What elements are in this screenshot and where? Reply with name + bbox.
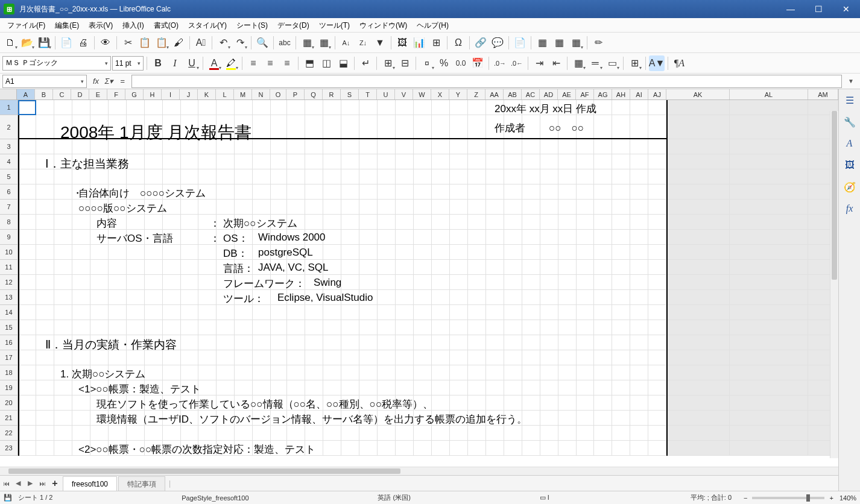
pivot-button[interactable]: ⊞ xyxy=(428,35,444,51)
currency-button[interactable]: ¤▾ xyxy=(419,55,435,71)
header-footer-button[interactable]: 📄 xyxy=(512,35,528,51)
autofilter-button[interactable]: ▼ xyxy=(372,35,388,51)
row-header-2[interactable]: 2 xyxy=(0,115,18,139)
add-sheet-button[interactable]: + xyxy=(48,478,62,489)
bold-button[interactable]: B xyxy=(150,55,166,71)
col-header-M[interactable]: M xyxy=(234,89,252,99)
status-language[interactable]: 英語 (米国) xyxy=(378,493,410,502)
row-header-22[interactable]: 22 xyxy=(0,426,18,441)
formula-button[interactable]: = xyxy=(116,75,129,88)
sort-asc-button[interactable]: A↓ xyxy=(338,35,354,51)
col-header-Z[interactable]: Z xyxy=(467,89,485,99)
col-header-AC[interactable]: AC xyxy=(522,89,540,99)
col-header-T[interactable]: T xyxy=(359,89,377,99)
menu-ツールT[interactable]: ツール(T) xyxy=(314,18,355,33)
menu-ウィンドウW[interactable]: ウィンドウ(W) xyxy=(355,18,412,33)
percent-button[interactable]: % xyxy=(436,55,452,71)
decrease-indent-button[interactable]: ⇤ xyxy=(548,55,564,71)
col-header-P[interactable]: P xyxy=(286,89,305,99)
menu-データD[interactable]: データ(D) xyxy=(273,18,314,33)
col-header-AG[interactable]: AG xyxy=(594,89,612,99)
split-button[interactable]: ▦ xyxy=(551,35,567,51)
function-wizard-button[interactable]: fx xyxy=(89,75,103,88)
col-header-V[interactable]: V xyxy=(395,89,413,99)
col-header-Q[interactable]: Q xyxy=(305,89,323,99)
zoom-level[interactable]: 140% xyxy=(839,494,856,502)
col-header-AF[interactable]: AF xyxy=(576,89,594,99)
copy-button[interactable]: 📋 xyxy=(137,35,153,51)
row-header-3[interactable]: 3 xyxy=(0,139,18,154)
row-header-18[interactable]: 18 xyxy=(0,365,18,380)
redo-button[interactable]: ↷▾ xyxy=(232,35,248,51)
minimize-button[interactable]: ― xyxy=(777,0,805,18)
clear-formatting-button[interactable]: Aͯ xyxy=(193,35,209,51)
sidebar-menu-icon[interactable]: ☰ xyxy=(841,92,858,109)
col-header-U[interactable]: U xyxy=(377,89,395,99)
col-header-AL[interactable]: AL xyxy=(730,89,808,99)
menu-表示V[interactable]: 表示(V) xyxy=(84,18,118,33)
menu-書式O[interactable]: 書式(O) xyxy=(149,18,183,33)
highlight-color-button[interactable]: 🖍▾ xyxy=(223,55,239,71)
sidebar-functions-icon[interactable]: fx xyxy=(841,200,858,217)
align-top-button[interactable]: ⬒ xyxy=(302,55,317,71)
row-header-8[interactable]: 8 xyxy=(0,215,18,230)
sidebar-navigator-icon[interactable]: 🧭 xyxy=(841,178,858,195)
row-header-21[interactable]: 21 xyxy=(0,411,18,426)
tab-prev-button[interactable]: ◀ xyxy=(12,479,24,487)
row-header-4[interactable]: 4 xyxy=(0,154,18,169)
col-header-F[interactable]: F xyxy=(107,89,125,99)
hyperlink-button[interactable]: 🔗 xyxy=(473,35,488,51)
col-header-S[interactable]: S xyxy=(341,89,359,99)
col-header-AB[interactable]: AB xyxy=(504,89,522,99)
col-header-B[interactable]: B xyxy=(35,89,53,99)
col-header-G[interactable]: G xyxy=(125,89,144,99)
border-color-button[interactable]: ▭▾ xyxy=(604,55,620,71)
format-paintbrush-button[interactable]: 🖌 xyxy=(171,35,186,51)
spellcheck-button[interactable]: abc xyxy=(277,35,292,51)
align-bottom-button[interactable]: ⬓ xyxy=(335,55,351,71)
find-button[interactable]: 🔍 xyxy=(255,35,270,51)
row-header-5[interactable]: 5 xyxy=(0,169,18,184)
special-char-button[interactable]: Ω xyxy=(451,35,466,51)
row-header-7[interactable]: 7 xyxy=(0,200,18,215)
close-button[interactable]: ✕ xyxy=(832,0,860,18)
sidebar-styles-icon[interactable]: A xyxy=(841,135,858,152)
row-header-6[interactable]: 6 xyxy=(0,184,18,200)
menu-ファイルF[interactable]: ファイル(F) xyxy=(2,18,50,33)
italic-button[interactable]: I xyxy=(167,55,183,71)
row-header-9[interactable]: 9 xyxy=(0,230,18,245)
print-button[interactable]: 🖨 xyxy=(75,35,91,51)
col-header-L[interactable]: L xyxy=(216,89,234,99)
date-button[interactable]: 📅 xyxy=(470,55,485,71)
font-name-combo[interactable]: ＭＳ Ｐゴシック▾ xyxy=(2,56,111,71)
col-header-AA[interactable]: AA xyxy=(485,89,504,99)
row-header-17[interactable]: 17 xyxy=(0,350,18,365)
menu-ヘルプH[interactable]: ヘルプ(H) xyxy=(412,18,454,33)
open-button[interactable]: 📂▾ xyxy=(19,35,35,51)
menu-スタイルY[interactable]: スタイル(Y) xyxy=(183,18,232,33)
col-header-D[interactable]: D xyxy=(71,89,89,99)
row-header-12[interactable]: 12 xyxy=(0,275,18,290)
sum-button[interactable]: Σ▾ xyxy=(103,75,116,88)
col-header-AM[interactable]: AM xyxy=(808,89,838,99)
col-header-J[interactable]: J xyxy=(180,89,198,99)
select-all-corner[interactable] xyxy=(0,89,17,99)
col-header-AH[interactable]: AH xyxy=(612,89,630,99)
chart-button[interactable]: 📊 xyxy=(411,35,427,51)
align-middle-button[interactable]: ◫ xyxy=(318,55,334,71)
vertical-scrollbar[interactable] xyxy=(830,111,838,458)
print-preview-button[interactable]: 👁 xyxy=(98,35,113,51)
status-pagestyle[interactable]: PageStyle_freesoft100 xyxy=(182,494,248,502)
col-header-K[interactable]: K xyxy=(198,89,216,99)
row-header-19[interactable]: 19 xyxy=(0,380,18,395)
number-button[interactable]: 0.0 xyxy=(453,55,469,71)
tab-next-button[interactable]: ▶ xyxy=(24,479,36,487)
underline-button[interactable]: U▾ xyxy=(184,55,200,71)
col-header-Y[interactable]: Y xyxy=(449,89,467,99)
increase-indent-button[interactable]: ⇥ xyxy=(531,55,547,71)
cut-button[interactable]: ✂ xyxy=(120,35,136,51)
col-header-H[interactable]: H xyxy=(144,89,162,99)
draw-button[interactable]: ✏ xyxy=(590,35,606,51)
col-header-AD[interactable]: AD xyxy=(540,89,558,99)
formula-expand-button[interactable]: ▼ xyxy=(844,75,858,88)
